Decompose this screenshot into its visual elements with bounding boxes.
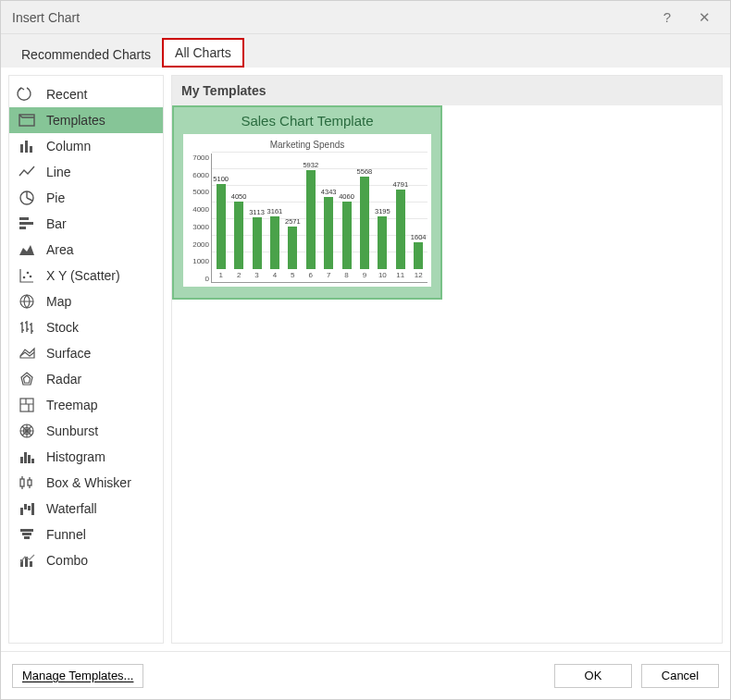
bar [306, 170, 316, 269]
sidebar-item-histogram[interactable]: Histogram [9, 444, 163, 470]
bar-data-label: 2571 [285, 217, 301, 226]
svg-rect-32 [30, 561, 32, 567]
my-templates-heading: My Templates [172, 76, 722, 105]
histogram-icon [17, 447, 37, 467]
svg-rect-2 [25, 141, 28, 153]
sidebar-item-waterfall[interactable]: Waterfall [9, 496, 163, 522]
svg-rect-19 [28, 455, 31, 463]
bar [414, 242, 423, 269]
sidebar-item-treemap[interactable]: Treemap [9, 392, 163, 418]
sidebar-item-sunburst[interactable]: Sunburst [9, 418, 163, 444]
svg-rect-7 [19, 227, 26, 229]
sidebar-item-label: Pie [46, 190, 65, 205]
sidebar-item-bar[interactable]: Bar [9, 211, 163, 237]
sidebar-item-label: Histogram [46, 449, 105, 464]
bar [378, 216, 387, 270]
sidebar-item-radar[interactable]: Radar [9, 366, 163, 392]
bar-column: 4060 [341, 202, 353, 269]
bar [360, 177, 369, 269]
x-tick-label: 1 [215, 271, 228, 282]
sidebar-item-combo[interactable]: Combo [9, 547, 163, 573]
sidebar-item-surface[interactable]: Surface [9, 340, 163, 366]
svg-rect-3 [30, 146, 32, 153]
svg-rect-1 [20, 144, 23, 153]
svg-rect-27 [20, 529, 33, 532]
sidebar-item-line[interactable]: Line [9, 159, 163, 185]
ok-button[interactable]: OK [554, 664, 632, 688]
bar-column: 5568 [358, 177, 371, 269]
bar-data-label: 3195 [375, 207, 390, 215]
bar-column: 5100 [215, 184, 228, 269]
template-chart-preview: Marketing Spends 70006000500040003000200… [183, 134, 431, 287]
bar-data-label: 4060 [339, 192, 354, 201]
sidebar-item-map[interactable]: Map [9, 289, 163, 314]
sidebar-item-recent[interactable]: Recent [9, 81, 163, 107]
chart-bars: 5100405031133161257159324343406055683195… [212, 154, 427, 269]
sidebar-item-label: Box & Whisker [46, 475, 131, 490]
bar-icon [17, 214, 37, 234]
y-tick-label: 2000 [192, 240, 209, 249]
bar-column: 3161 [268, 216, 281, 269]
template-card-sales-chart[interactable]: Sales Chart Template Marketing Spends 70… [172, 105, 442, 300]
sidebar-item-box-whisker[interactable]: Box & Whisker [9, 470, 163, 496]
bar [234, 202, 243, 269]
waterfall-icon [17, 498, 37, 519]
sidebar-item-label: Funnel [46, 527, 86, 542]
pie-icon [17, 188, 37, 208]
tab-recommended-charts[interactable]: Recommended Charts [10, 42, 162, 68]
bar-data-label: 5100 [213, 175, 229, 183]
sidebar-item-scatter[interactable]: X Y (Scatter) [9, 263, 163, 289]
sidebar-item-funnel[interactable]: Funnel [9, 522, 163, 547]
sidebar-item-stock[interactable]: Stock [9, 314, 163, 340]
funnel-icon [17, 524, 37, 545]
insert-chart-dialog: Insert Chart ? ✕ Recommended Charts All … [0, 0, 731, 700]
help-button[interactable]: ? [649, 4, 686, 31]
cancel-button[interactable]: Cancel [641, 664, 719, 688]
y-tick-label: 1000 [192, 257, 209, 265]
chart-subtitle: Marketing Spends [187, 140, 427, 150]
bar-column: 4791 [394, 190, 407, 269]
surface-icon [17, 343, 37, 363]
y-tick-label: 0 [205, 275, 209, 283]
bar-column: 5932 [304, 170, 317, 269]
svg-rect-29 [24, 536, 30, 539]
sidebar-item-pie[interactable]: Pie [9, 185, 163, 211]
y-tick-label: 3000 [192, 223, 209, 231]
sidebar-item-label: Area [46, 242, 74, 257]
titlebar: Insert Chart ? ✕ [1, 1, 730, 34]
chart-x-axis: 123456789101112 [212, 271, 427, 282]
bar [253, 217, 262, 269]
svg-rect-24 [24, 504, 27, 510]
manage-templates-button[interactable]: Manage Templates... [12, 664, 143, 688]
column-icon [17, 136, 37, 156]
stock-icon [17, 317, 37, 338]
sidebar-item-templates[interactable]: Templates [9, 107, 163, 133]
bar [270, 216, 279, 269]
svg-rect-26 [31, 503, 34, 515]
sidebar-item-area[interactable]: Area [9, 237, 163, 263]
combo-icon [17, 550, 37, 571]
radar-icon [17, 369, 37, 389]
sidebar-item-label: Surface [46, 346, 91, 361]
dialog-title: Insert Chart [12, 10, 80, 25]
bar [342, 202, 352, 269]
chart-type-sidebar: Recent Templates Column Line Pie Bar [8, 75, 164, 644]
x-tick-label: 2 [232, 271, 245, 282]
sidebar-item-label: Stock [46, 320, 79, 335]
svg-rect-18 [24, 452, 27, 463]
sidebar-item-label: X Y (Scatter) [46, 268, 120, 283]
sidebar-item-label: Templates [46, 113, 105, 128]
bar-data-label: 3161 [267, 207, 283, 215]
dialog-footer: Manage Templates... OK Cancel [1, 651, 730, 699]
sidebar-item-label: Line [46, 165, 70, 179]
template-title: Sales Chart Template [174, 107, 440, 134]
close-button[interactable]: ✕ [686, 4, 723, 31]
sidebar-item-label: Column [46, 139, 91, 154]
y-tick-label: 4000 [192, 205, 209, 214]
tab-all-charts[interactable]: All Charts [162, 38, 244, 68]
bar [324, 197, 333, 269]
sidebar-item-label: Map [46, 294, 71, 309]
bar-data-label: 3113 [249, 208, 265, 216]
sidebar-item-column[interactable]: Column [9, 133, 163, 159]
recent-icon [17, 84, 37, 104]
